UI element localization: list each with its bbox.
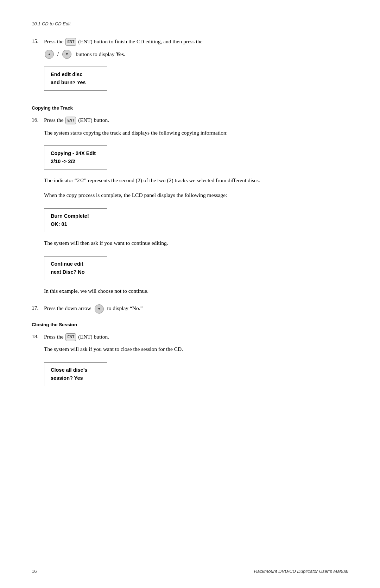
lcd-box-16b: Burn Complete! OK: 01 xyxy=(44,208,107,232)
step-18: 18. Press the ENT (ENT) button. The syst… xyxy=(32,332,348,393)
footer-title: Rackmount DVD/CD Duplicator User’s Manua… xyxy=(254,569,348,574)
lcd-line2-15: and burn? Yes xyxy=(51,79,101,87)
up-arrow-icon xyxy=(45,50,54,59)
footer: 16 Rackmount DVD/CD Duplicator User’s Ma… xyxy=(32,569,348,574)
lcd-line1-16b: Burn Complete! xyxy=(51,212,101,220)
step-18-para: The system will ask if you want to close… xyxy=(44,345,348,354)
ent-button-16: ENT xyxy=(65,117,76,124)
lcd-line1-15: End edit disc xyxy=(51,70,101,79)
step-16-line: 16. Press the ENT (ENT) button. xyxy=(32,116,348,125)
lcd-line1-16a: Copying - 24X Edit xyxy=(51,149,101,157)
step-15-content: Press the ENT (ENT) button to finish the… xyxy=(44,37,348,46)
step-18-line: 18. Press the ENT (ENT) button. xyxy=(32,332,348,341)
lcd-box-16c: Continue edit next Disc? No xyxy=(44,256,107,280)
step-15-line: 15. Press the ENT (ENT) button to finish… xyxy=(32,37,348,46)
lcd-line1-16c: Continue edit xyxy=(51,260,101,268)
down-arrow-icon xyxy=(62,50,71,59)
lcd-line2-16c: next Disc? No xyxy=(51,268,101,276)
step-17-content: Press the down arrow to display “No.” xyxy=(44,304,348,313)
step-16: 16. Press the ENT (ENT) button. The syst… xyxy=(32,116,348,296)
step-15-arrow-text: buttons to display Yes. xyxy=(76,51,125,57)
step-16-content: Press the ENT (ENT) button. xyxy=(44,116,348,125)
step-15-arrows: / buttons to display Yes. xyxy=(44,50,348,59)
lcd-line2-16b: OK: 01 xyxy=(51,220,101,228)
step-16-number: 16. xyxy=(32,116,44,124)
page: 10.1 CD to CD Edit 15. Press the ENT (EN… xyxy=(0,0,380,588)
breadcrumb: 10.1 CD to CD Edit xyxy=(32,21,348,26)
copying-track-heading: Copying the Track xyxy=(32,105,348,111)
step-17: 17. Press the down arrow to display “No.… xyxy=(32,304,348,313)
down-arrow-17-icon xyxy=(95,304,104,314)
lcd-line2-18: session? Yes xyxy=(51,374,101,382)
lcd-line1-18: Close all disc’s xyxy=(51,366,101,374)
step-16-para2: The indicator “2/2” represents the secon… xyxy=(44,176,348,185)
slash-separator: / xyxy=(57,51,59,57)
step-18-number: 18. xyxy=(32,332,44,341)
lcd-box-16a: Copying - 24X Edit 2/10 -> 2/2 xyxy=(44,146,107,169)
footer-page-number: 16 xyxy=(32,569,37,574)
step-17-number: 17. xyxy=(32,304,44,312)
step-17-line: 17. Press the down arrow to display “No.… xyxy=(32,304,348,313)
ent-button-18: ENT xyxy=(65,333,76,341)
ent-button-15: ENT xyxy=(65,38,76,46)
step-16-para1: The system starts copying the track and … xyxy=(44,128,348,137)
lcd-box-18: Close all disc’s session? Yes xyxy=(44,362,107,386)
closing-session-heading: Closing the Session xyxy=(32,322,348,327)
step-18-content: Press the ENT (ENT) button. xyxy=(44,332,348,341)
step-15-number: 15. xyxy=(32,37,44,46)
step-16-para3: When the copy process is complete, the L… xyxy=(44,191,348,200)
step-16-para5: In this example, we will choose not to c… xyxy=(44,286,348,296)
step-16-para4: The system will then ask if you want to … xyxy=(44,239,348,248)
lcd-box-15: End edit disc and burn? Yes xyxy=(44,67,107,91)
lcd-line2-16a: 2/10 -> 2/2 xyxy=(51,157,101,166)
step-15: 15. Press the ENT (ENT) button to finish… xyxy=(32,37,348,97)
